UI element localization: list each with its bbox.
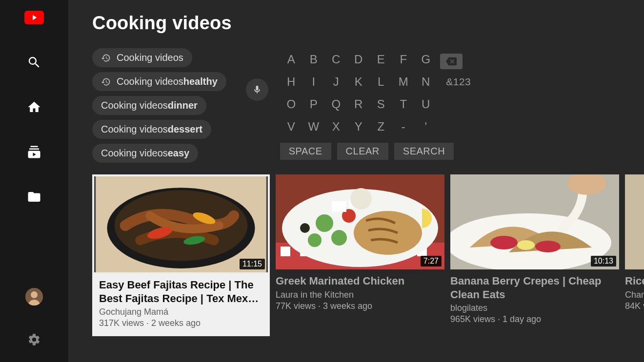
- sidebar: [0, 0, 69, 362]
- clear-key[interactable]: CLEAR: [337, 143, 388, 160]
- settings-icon[interactable]: [25, 331, 43, 348]
- key-t[interactable]: T: [392, 93, 415, 115]
- voice-search-button[interactable]: [246, 78, 268, 101]
- video-stats: 77K views · 3 weeks ago: [276, 301, 441, 311]
- key-e[interactable]: E: [370, 48, 392, 71]
- video-meta: Easy Beef Fajitas Recipe | The Best Faji…: [92, 272, 270, 336]
- key-w[interactable]: W: [302, 115, 325, 138]
- svg-point-20: [316, 214, 333, 232]
- key-u[interactable]: U: [415, 93, 437, 115]
- key-r[interactable]: R: [347, 93, 370, 115]
- svg-point-22: [308, 233, 322, 247]
- key-a[interactable]: A: [280, 48, 302, 71]
- svg-point-27: [350, 188, 372, 210]
- search-suggestions: Cooking videosCooking videos healthyCook…: [92, 48, 226, 163]
- backspace-key[interactable]: [440, 54, 463, 69]
- suggestion-chip[interactable]: Cooking videos easy: [92, 144, 198, 163]
- key-q[interactable]: Q: [325, 93, 347, 115]
- suggestion-chip[interactable]: Cooking videos healthy: [92, 72, 226, 91]
- video-stats: 317K views · 2 weeks ago: [99, 318, 263, 328]
- video-channel: blogilates: [450, 303, 615, 313]
- key-l[interactable]: L: [370, 71, 392, 93]
- key-x[interactable]: X: [325, 115, 347, 138]
- search-area: Cooking videosCooking videos healthyCook…: [92, 48, 644, 163]
- video-thumbnail[interactable]: 11:15: [92, 174, 270, 274]
- svg-point-19: [354, 211, 422, 255]
- video-meta: Banana Berry Crepes | Cheap Clean Eatsbl…: [450, 269, 619, 324]
- key-v[interactable]: V: [280, 115, 302, 138]
- subscriptions-icon[interactable]: [25, 143, 43, 161]
- svg-rect-34: [625, 174, 644, 269]
- svg-point-31: [535, 241, 561, 252]
- app-root: Cooking videos Cooking videosCooking vid…: [0, 0, 644, 362]
- key-j[interactable]: J: [325, 71, 347, 93]
- svg-point-24: [300, 223, 310, 233]
- page-title: Cooking videos: [92, 13, 644, 34]
- svg-point-21: [331, 230, 347, 246]
- suggestion-chip[interactable]: Cooking videos: [92, 48, 192, 67]
- key-c[interactable]: C: [325, 48, 347, 71]
- video-title: Greek Marinated Chicken: [276, 274, 441, 288]
- video-title: Rice Pudding: [625, 274, 644, 288]
- video-thumbnail[interactable]: 7:27: [276, 174, 444, 269]
- svg-rect-10: [281, 247, 290, 256]
- home-icon[interactable]: [25, 98, 43, 116]
- key-h[interactable]: H: [280, 71, 302, 93]
- svg-point-32: [517, 240, 535, 250]
- video-card[interactable]: 10:13Banana Berry Crepes | Cheap Clean E…: [450, 174, 619, 336]
- results-row: 11:15Easy Beef Fajitas Recipe | The Best…: [92, 174, 644, 336]
- svg-rect-25: [332, 201, 346, 212]
- key-z[interactable]: Z: [370, 115, 392, 138]
- video-meta: Rice PuddingChannel84K views: [625, 269, 644, 311]
- search-key[interactable]: SEARCH: [394, 143, 454, 160]
- video-channel: Gochujang Mamá: [99, 307, 263, 317]
- key-m[interactable]: M: [392, 71, 415, 93]
- video-stats: 84K views: [625, 301, 644, 311]
- onscreen-keyboard: ABCDEFGHIJKLMN&123OPQRSTUVWXYZ-' SPACE C…: [280, 48, 477, 160]
- key-k[interactable]: K: [347, 71, 370, 93]
- search-icon[interactable]: [25, 54, 43, 71]
- video-stats: 965K views · 1 day ago: [450, 314, 615, 324]
- svg-point-30: [490, 236, 518, 249]
- key-d[interactable]: D: [347, 48, 370, 71]
- key-o[interactable]: O: [280, 93, 302, 115]
- video-thumbnail[interactable]: 10:13: [450, 174, 619, 269]
- video-card[interactable]: Rice PuddingChannel84K views: [625, 174, 644, 336]
- video-channel: Channel: [625, 290, 644, 300]
- video-thumbnail[interactable]: [625, 174, 644, 269]
- key-s[interactable]: S: [370, 93, 392, 115]
- space-key[interactable]: SPACE: [280, 143, 331, 160]
- key--[interactable]: -: [392, 115, 415, 138]
- video-card[interactable]: 11:15Easy Beef Fajitas Recipe | The Best…: [92, 174, 270, 336]
- video-meta: Greek Marinated ChickenLaura in the Kitc…: [276, 269, 444, 311]
- key-y[interactable]: Y: [347, 115, 370, 138]
- account-avatar[interactable]: [25, 288, 43, 305]
- key-i[interactable]: I: [302, 71, 325, 93]
- keyboard-area: ABCDEFGHIJKLMN&123OPQRSTUVWXYZ-' SPACE C…: [246, 48, 477, 163]
- main-content: Cooking videos Cooking videosCooking vid…: [69, 0, 644, 362]
- key-g[interactable]: G: [415, 48, 437, 71]
- suggestion-chip[interactable]: Cooking videos dinner: [92, 96, 206, 115]
- library-icon[interactable]: [25, 188, 43, 206]
- video-title: Easy Beef Fajitas Recipe | The Best Faji…: [99, 278, 263, 305]
- key-b[interactable]: B: [302, 48, 325, 71]
- numbers-toggle-key[interactable]: &123: [440, 71, 477, 93]
- key-'[interactable]: ': [415, 115, 437, 138]
- suggestion-chip[interactable]: Cooking videos dessert: [92, 120, 211, 139]
- video-duration: 7:27: [421, 256, 442, 267]
- video-duration: 10:13: [591, 256, 616, 267]
- key-n[interactable]: N: [415, 71, 437, 93]
- key-p[interactable]: P: [302, 93, 325, 115]
- youtube-logo[interactable]: [24, 11, 44, 24]
- video-card[interactable]: 7:27Greek Marinated ChickenLaura in the …: [276, 174, 444, 336]
- svg-point-1: [31, 291, 38, 298]
- video-channel: Laura in the Kitchen: [276, 290, 441, 300]
- video-title: Banana Berry Crepes | Cheap Clean Eats: [450, 274, 615, 301]
- video-duration: 11:15: [240, 259, 265, 269]
- key-f[interactable]: F: [392, 48, 415, 71]
